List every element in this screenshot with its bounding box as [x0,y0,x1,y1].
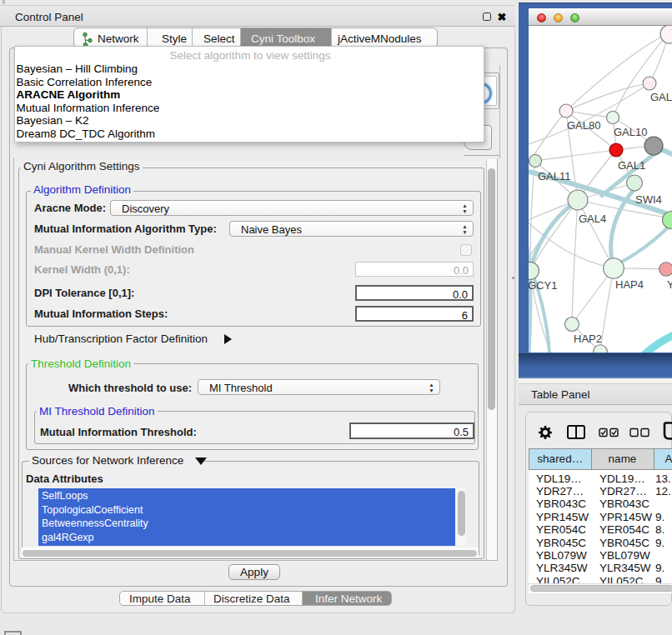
svg-text:GCY1: GCY1 [529,279,557,292]
svg-text:YJ: YJ [667,278,672,291]
svg-text:GAL1: GAL1 [618,159,645,172]
svg-text:GAL2: GAL2 [650,91,672,103]
svg-text:GAL80: GAL80 [567,119,600,132]
svg-text:GAL4: GAL4 [579,212,606,225]
svg-text:HAP4: HAP4 [615,278,644,291]
svg-text:HAP2: HAP2 [574,332,602,345]
svg-text:GAL10: GAL10 [614,126,647,138]
svg-text:SWI4: SWI4 [635,193,662,206]
svg-text:GAL11: GAL11 [538,170,571,182]
